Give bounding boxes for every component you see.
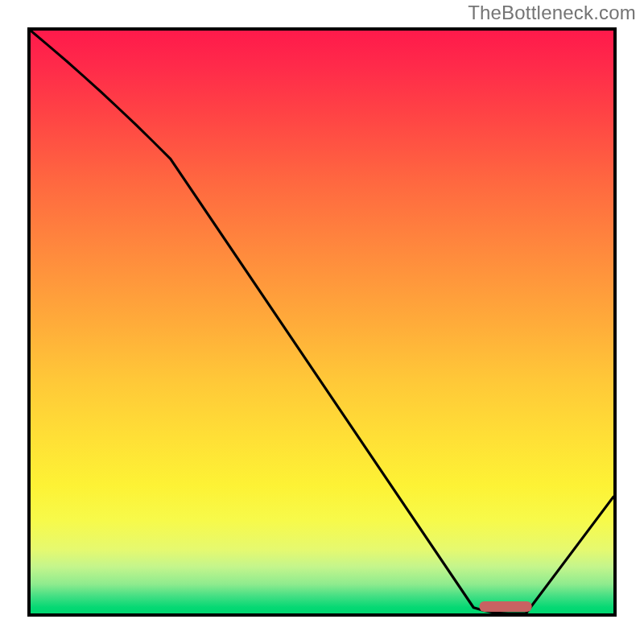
plot-area	[27, 27, 617, 617]
watermark-text: TheBottleneck.com	[468, 2, 636, 24]
chart-overlay	[31, 31, 613, 613]
chart-canvas: TheBottleneck.com	[0, 0, 644, 644]
bottleneck-curve	[31, 31, 613, 613]
optimal-range-marker	[479, 601, 531, 612]
